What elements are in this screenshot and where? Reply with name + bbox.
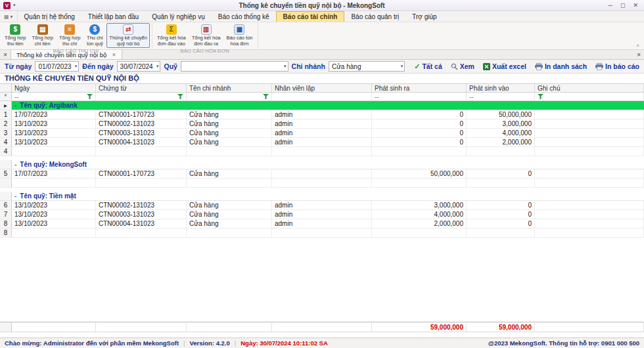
support-text: @2023 MekongSoft. Thông tin hỗ trợ: 0901…	[488, 339, 639, 347]
ribbon-button[interactable]: $Thu chi tồn quỹ	[83, 23, 106, 48]
cell: 13/10/2023	[12, 201, 96, 210]
maximize-button[interactable]: ◻	[620, 3, 625, 9]
export-excel-button[interactable]: Xuất excel	[483, 62, 526, 70]
column-header[interactable]: Ghi chú	[535, 83, 644, 93]
invoice-stock-icon: ▦	[234, 24, 244, 35]
column-header[interactable]: Tên chi nhánh	[187, 83, 272, 93]
cell	[12, 228, 96, 238]
cell: Cửa hàng	[187, 210, 272, 219]
ribbon-button[interactable]: ▤Tổng hợp chi tiền	[29, 23, 55, 48]
menu-tab[interactable]: Báo cáo thống kê	[212, 11, 276, 22]
chevron-down-icon[interactable]: ▾	[156, 64, 159, 69]
view-button[interactable]: Xem	[451, 62, 474, 70]
status-separator: |	[235, 339, 236, 347]
cell	[535, 179, 644, 188]
filter-cell-value: --	[375, 93, 379, 100]
footer-total-cell	[12, 322, 96, 332]
row-number: 6	[0, 201, 12, 210]
column-header[interactable]: Chứng từ	[96, 83, 187, 93]
row-number: 8	[0, 228, 12, 238]
ribbon-button[interactable]: ≡Tổng hợp thu chi	[57, 23, 83, 48]
cell: admin	[272, 201, 372, 210]
menu-tab[interactable]: Quản trị hệ thống	[18, 11, 81, 22]
cell: 2,000,000	[467, 138, 535, 147]
cell	[96, 179, 187, 188]
grid-footer-row: 59,000,00059,000,000	[0, 322, 644, 332]
cell: Cửa hàng	[187, 169, 272, 179]
ribbon-button[interactable]: ▥Tổng kết hóa đơn đầu ra	[189, 23, 223, 48]
cell	[12, 179, 96, 188]
data-row[interactable]: 613/10/2023CTN00002-131023Cửa hàngadmin3…	[0, 201, 644, 210]
filter-funnel-icon[interactable]	[87, 94, 93, 99]
minimize-button[interactable]: ─	[609, 3, 612, 9]
filter-funnel-icon[interactable]	[263, 94, 269, 99]
to-date-input[interactable]: 30/07/2024 ▾	[117, 61, 161, 72]
cash-summary-icon: ≡	[64, 24, 75, 35]
print-report-button[interactable]: In báo cáo	[595, 62, 639, 70]
cell: 50,000,000	[372, 169, 467, 179]
filter-cell[interactable]	[96, 93, 187, 101]
menu-tab-bar: Quản trị hệ thốngThiết lập ban đầuQuản l…	[18, 11, 444, 22]
from-date-input[interactable]: 01/07/2023 ▾	[35, 61, 79, 72]
ribbon-button[interactable]: ▦Báo cáo tồn hóa đơn	[223, 23, 255, 48]
to-date-value: 30/07/2024	[120, 63, 154, 70]
column-header[interactable]: Phát sinh ra	[372, 83, 467, 93]
filter-cell[interactable]: --	[467, 93, 535, 101]
column-header[interactable]: Ngày	[12, 83, 96, 93]
chevron-down-icon[interactable]: ▾	[401, 64, 403, 69]
data-row[interactable]: 713/10/2023CTN00003-131023Cửa hàngadmin4…	[0, 210, 644, 219]
data-row[interactable]: 813/10/2023CTN00004-131023Cửa hàngadmin2…	[0, 219, 644, 228]
cell	[187, 228, 272, 238]
cell: 3,000,000	[372, 201, 467, 210]
filter-funnel-icon[interactable]	[177, 94, 183, 99]
quick-access-dropdown-icon[interactable]: ▾	[13, 3, 16, 8]
collapse-icon[interactable]: -	[14, 161, 16, 168]
column-header[interactable]: Phát sinh vào	[467, 83, 535, 93]
cell	[272, 228, 372, 238]
close-document-icon[interactable]: ✕	[633, 50, 644, 59]
fund-select[interactable]: ▾	[181, 61, 288, 72]
chevron-down-icon[interactable]: ▾	[75, 64, 78, 69]
data-row[interactable]: 413/10/2023CTN00004-131023Cửa hàngadmin0…	[0, 138, 644, 147]
menu-tab[interactable]: Trợ giúp	[405, 11, 443, 22]
collapse-icon[interactable]: -	[14, 102, 16, 109]
column-header[interactable]: Nhân viên lập	[272, 83, 372, 93]
menu-launcher-button[interactable]: ▦ ▾	[0, 11, 18, 22]
action-label: In danh sách	[545, 62, 587, 70]
group-row[interactable]: ▸-Tên quỹ: Argibank	[0, 101, 644, 110]
menu-tab[interactable]: Thiết lập ban đầu	[81, 11, 145, 22]
ribbon-button[interactable]: $Tổng hợp thu tiền	[2, 23, 28, 48]
chevron-down-icon[interactable]: ▾	[284, 64, 287, 69]
filter-cell[interactable]	[272, 93, 372, 101]
menu-tab[interactable]: Báo cáo tài chính	[276, 11, 345, 22]
row-number: 7	[0, 210, 12, 219]
report-area: THỐNG KÊ CHUYỂN TIỀN QUỸ NỘI BỘ NgàyChứn…	[0, 74, 644, 337]
collapse-icon[interactable]: -	[14, 192, 16, 200]
close-button[interactable]: ✕	[633, 3, 638, 9]
cell: admin	[272, 129, 372, 138]
filter-actions: ✓Tất cảXemXuất excelIn danh sáchIn báo c…	[414, 62, 639, 70]
data-row[interactable]: 313/10/2023CTN00003-131023Cửa hàngadmin0…	[0, 129, 644, 138]
filter-funnel-icon[interactable]	[538, 94, 543, 99]
group-row[interactable]: -Tên quỹ: Tiền mặt	[0, 192, 644, 201]
cell: 0	[372, 129, 467, 138]
data-row[interactable]: 117/07/2023CTN00001-170723Cửa hàngadmin0…	[0, 110, 644, 120]
ribbon-button[interactable]: ⇄Thống kê chuyển quỹ nội bộ	[106, 23, 150, 48]
filter-cell[interactable]	[187, 93, 272, 101]
cell: 0	[467, 169, 535, 179]
menu-tab[interactable]: Quản lý nghiệp vụ	[145, 11, 212, 22]
print-list-button[interactable]: In danh sách	[535, 62, 587, 70]
menu-tab[interactable]: Báo cáo quản trị	[344, 11, 405, 22]
filter-cell[interactable]	[535, 93, 644, 101]
filter-cell[interactable]: --	[12, 93, 96, 101]
data-row[interactable]: 517/07/2023CTN00001-170723Cửa hàng50,000…	[0, 169, 644, 179]
ribbon-collapse-icon[interactable]: ˄	[636, 43, 639, 49]
print-icon	[595, 63, 603, 70]
select-all-button[interactable]: ✓Tất cả	[414, 62, 442, 70]
filter-cell[interactable]: --	[372, 93, 467, 101]
data-row[interactable]: 213/10/2023CTN00002-131023Cửa hàngadmin0…	[0, 120, 644, 129]
blank-row: 4	[0, 147, 644, 156]
ribbon-button[interactable]: ΣTổng kết hóa đơn đầu vào	[154, 23, 189, 48]
branch-select[interactable]: Cửa hàng ▾	[329, 61, 405, 72]
group-row[interactable]: -Tên quỹ: MekongSoft	[0, 160, 644, 169]
